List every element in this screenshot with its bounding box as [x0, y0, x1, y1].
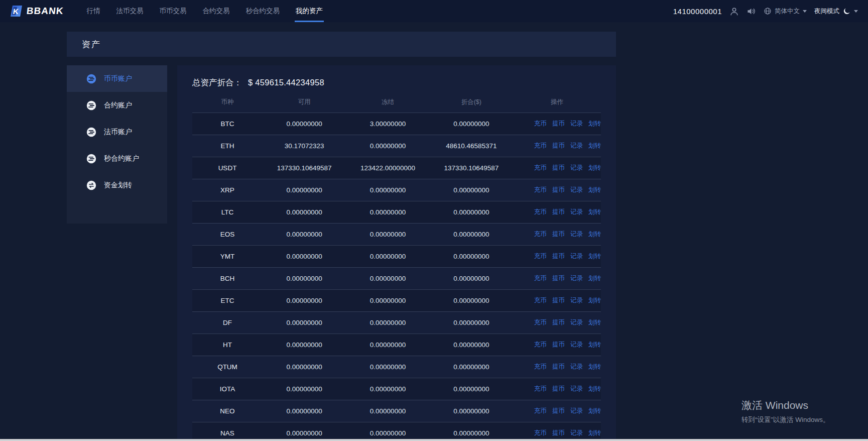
action-充币[interactable]: 充币: [534, 407, 547, 415]
action-充币[interactable]: 充币: [534, 230, 547, 239]
available-balance: 0.00000000: [263, 231, 346, 238]
action-划转[interactable]: 划转: [588, 164, 601, 172]
converted-value: 137330.10649587: [430, 164, 513, 172]
action-充币[interactable]: 充币: [534, 341, 547, 349]
action-记录[interactable]: 记录: [570, 230, 583, 239]
table-row-XRP: XRP0.000000000.000000000.00000000充币提币记录划…: [192, 179, 601, 201]
action-提币[interactable]: 提币: [552, 407, 565, 415]
action-划转[interactable]: 划转: [588, 341, 601, 349]
nav-item-秒合约交易[interactable]: 秒合约交易: [238, 0, 288, 22]
action-划转[interactable]: 划转: [588, 208, 601, 216]
sidebar-item-币币账户[interactable]: 币币账户: [67, 65, 167, 92]
available-balance: 0.00000000: [263, 253, 346, 260]
action-划转[interactable]: 划转: [588, 186, 601, 194]
action-提币[interactable]: 提币: [552, 120, 565, 128]
action-提币[interactable]: 提币: [552, 385, 565, 393]
action-提币[interactable]: 提币: [552, 186, 565, 194]
action-划转[interactable]: 划转: [588, 296, 601, 305]
nav-item-法币交易[interactable]: 法币交易: [108, 0, 152, 22]
action-提币[interactable]: 提币: [552, 296, 565, 305]
sidebar-item-合约账户[interactable]: 合约账户: [67, 92, 167, 119]
action-充币[interactable]: 充币: [534, 164, 547, 172]
action-充币[interactable]: 充币: [534, 142, 547, 150]
sidebar-item-label: 法币账户: [104, 128, 132, 137]
action-划转[interactable]: 划转: [588, 429, 601, 437]
content-area: 币币账户合约账户法币账户秒合约账户资金划转 总资产折合： $ 459615.44…: [67, 65, 616, 441]
action-记录[interactable]: 记录: [570, 252, 583, 261]
table-header-row: 币种可用冻结折合($)操作: [192, 91, 601, 113]
available-balance: 0.00000000: [263, 407, 346, 415]
action-划转[interactable]: 划转: [588, 274, 601, 283]
action-记录[interactable]: 记录: [570, 186, 583, 194]
converted-value: 0.00000000: [430, 186, 513, 194]
action-记录[interactable]: 记录: [570, 385, 583, 393]
action-记录[interactable]: 记录: [570, 208, 583, 216]
action-充币[interactable]: 充币: [534, 318, 547, 327]
action-提币[interactable]: 提币: [552, 230, 565, 239]
action-划转[interactable]: 划转: [588, 230, 601, 239]
sidebar-item-法币账户[interactable]: 法币账户: [67, 119, 167, 145]
coin-account-icon: [86, 153, 97, 164]
theme-toggle[interactable]: 夜间模式: [814, 7, 858, 16]
action-划转[interactable]: 划转: [588, 407, 601, 415]
action-记录[interactable]: 记录: [570, 142, 583, 150]
action-提币[interactable]: 提币: [552, 429, 565, 437]
action-记录[interactable]: 记录: [570, 318, 583, 327]
action-划转[interactable]: 划转: [588, 385, 601, 393]
action-提币[interactable]: 提币: [552, 274, 565, 283]
action-划转[interactable]: 划转: [588, 120, 601, 128]
action-充币[interactable]: 充币: [534, 296, 547, 305]
action-充币[interactable]: 充币: [534, 186, 547, 194]
action-提币[interactable]: 提币: [552, 164, 565, 172]
action-划转[interactable]: 划转: [588, 318, 601, 327]
action-提币[interactable]: 提币: [552, 252, 565, 261]
action-充币[interactable]: 充币: [534, 252, 547, 261]
nav-item-行情[interactable]: 行情: [79, 0, 108, 22]
available-balance: 0.00000000: [263, 385, 346, 393]
table-row-NAS: NAS0.000000000.000000000.00000000充币提币记录划…: [192, 422, 601, 441]
coin-account-icon: [86, 73, 97, 84]
sidebar-item-label: 币币账户: [104, 74, 132, 83]
action-充币[interactable]: 充币: [534, 208, 547, 216]
action-记录[interactable]: 记录: [570, 120, 583, 128]
coin-name: ETH: [192, 142, 263, 150]
user-icon[interactable]: [729, 7, 739, 16]
action-记录[interactable]: 记录: [570, 274, 583, 283]
row-actions: 充币提币记录划转: [513, 164, 601, 172]
action-充币[interactable]: 充币: [534, 120, 547, 128]
action-提币[interactable]: 提币: [552, 142, 565, 150]
action-提币[interactable]: 提币: [552, 363, 565, 371]
row-actions: 充币提币记录划转: [513, 318, 601, 327]
action-充币[interactable]: 充币: [534, 385, 547, 393]
row-actions: 充币提币记录划转: [513, 142, 601, 150]
action-记录[interactable]: 记录: [570, 407, 583, 415]
sound-icon[interactable]: [747, 7, 756, 16]
language-selector[interactable]: 简体中文: [764, 7, 807, 16]
nav-item-我的资产[interactable]: 我的资产: [288, 0, 331, 22]
action-记录[interactable]: 记录: [570, 429, 583, 437]
nav-item-币币交易[interactable]: 币币交易: [152, 0, 195, 22]
action-记录[interactable]: 记录: [570, 296, 583, 305]
action-提币[interactable]: 提币: [552, 341, 565, 349]
sidebar-item-资金划转[interactable]: 资金划转: [67, 172, 167, 198]
logo[interactable]: K BBANK: [10, 5, 64, 18]
moon-icon: [842, 7, 851, 16]
frozen-balance: 0.00000000: [346, 407, 429, 415]
action-提币[interactable]: 提币: [552, 318, 565, 327]
action-提币[interactable]: 提币: [552, 208, 565, 216]
action-划转[interactable]: 划转: [588, 363, 601, 371]
action-记录[interactable]: 记录: [570, 363, 583, 371]
table-row-ETH: ETH30.170723230.0000000048610.46585371充币…: [192, 135, 601, 157]
action-记录[interactable]: 记录: [570, 164, 583, 172]
windows-activation-watermark: 激活 Windows 转到“设置”以激活 Windows。: [741, 398, 830, 424]
action-记录[interactable]: 记录: [570, 341, 583, 349]
action-充币[interactable]: 充币: [534, 274, 547, 283]
action-充币[interactable]: 充币: [534, 363, 547, 371]
sidebar-item-秒合约账户[interactable]: 秒合约账户: [67, 145, 167, 172]
converted-value: 48610.46585371: [430, 142, 513, 150]
action-充币[interactable]: 充币: [534, 429, 547, 437]
action-划转[interactable]: 划转: [588, 252, 601, 261]
action-划转[interactable]: 划转: [588, 142, 601, 150]
table-row-YMT: YMT0.000000000.000000000.00000000充币提币记录划…: [192, 245, 601, 267]
nav-item-合约交易[interactable]: 合约交易: [195, 0, 238, 22]
